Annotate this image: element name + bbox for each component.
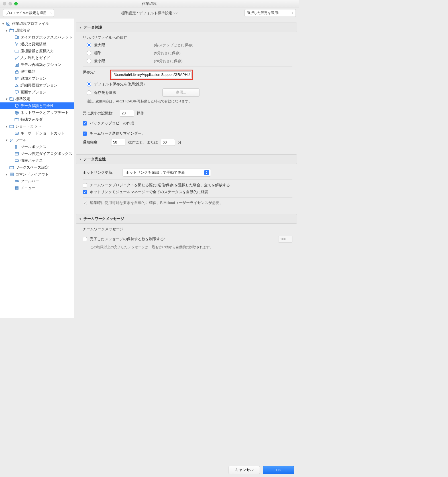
checkbox-auto-status[interactable] [83,190,87,194]
cursor-icon [14,42,19,47]
radio-std[interactable] [87,51,91,55]
tree-toolbar[interactable]: ツールバー [0,178,74,185]
tree-input[interactable]: 入力制約とガイド [0,54,74,61]
checkbox-reserve-label: 編集時に使用可能な要素を自動的に確保。BIMcloudユーザーライセンスが必要。 [90,201,223,205]
tree-toolbox[interactable]: ツールボックス [0,143,74,150]
hotlink-select[interactable]: ホットリンクを確認して手動で更新 ▲▼ [123,169,211,177]
svg-rect-20 [10,125,14,128]
radio-max-label: 最大限 [94,43,105,48]
workspace-icon [9,165,14,170]
tree-tools[interactable]: ▼ツール [0,137,74,143]
notify-min-input[interactable] [161,139,175,146]
svg-rect-10 [15,71,18,73]
checkbox-backup-label: バックアップコピーの作成 [90,121,134,126]
checkbox-team-reminder[interactable] [83,132,87,136]
tree-shortcuts[interactable]: ▼ショートカット [0,123,74,130]
limit-note: この制限以上の完了したメッセージは、最も古い物から自動的に削除されます。 [83,245,292,250]
section-teamwork-messages[interactable]: ▼ チームワークメッセージ [76,214,297,224]
tree-extra[interactable]: 追加オプション [0,75,74,82]
chevron-right-icon: › [292,11,293,15]
tree-redraw[interactable]: 詳細再描画オプション [0,82,74,89]
tree-toolset[interactable]: ツール設定ダイアログボックス [0,150,74,157]
checkbox-release-on-close[interactable] [83,183,87,187]
svg-point-1 [7,23,9,25]
settings-folder-icon [9,28,14,33]
svg-rect-24 [15,160,19,161]
tree-model[interactable]: モデル再構築オプション [0,61,74,68]
publish-icon [14,69,19,74]
apply-profile-label: プロファイルの設定を適用: [5,11,47,15]
radio-default-location[interactable] [87,82,91,86]
profile-icon [6,21,11,26]
dialog-icon [14,151,19,156]
tree-selection[interactable]: 選択と要素情報 [0,41,74,48]
tree-std[interactable]: ▼標準設定 [0,96,74,102]
radio-min[interactable] [87,59,91,63]
disclosure-icon[interactable]: ▼ [5,98,8,101]
rebuild-icon [14,62,19,67]
disclosure-icon[interactable]: ▼ [5,125,8,128]
undo-label: 元に戻すの記憶数: [83,111,117,116]
save-path-highlight [110,70,193,80]
disclosure-icon[interactable]: ▼ [2,22,5,25]
save-path-input[interactable] [112,71,192,78]
disclosure-icon[interactable]: ▼ [5,139,8,142]
content-pane: ▼ データ保護 リカバリファイルへの保存 最大限 (各ステップごとに保存) 標準… [74,19,299,318]
tree-data-protection[interactable]: データ保護と完全性 [0,102,74,109]
tree-network[interactable]: ネットワークとアップデート [0,109,74,116]
disclosure-icon: ▼ [79,158,82,161]
radio-max-hint: (各ステップごとに保存) [154,43,292,48]
disclosure-icon[interactable]: ▼ [5,29,8,32]
section-data-integrity[interactable]: ▼ データ完全性 [76,154,297,164]
recovery-label: リカバリファイルへの保存 [83,35,292,40]
tree-infobox[interactable]: 情報ボックス [0,157,74,164]
svg-rect-23 [15,152,19,155]
radio-min-label: 最小限 [94,58,105,64]
sliders-icon [14,76,19,81]
svg-rect-21 [15,132,19,134]
limit-value-input [278,236,292,242]
window-title: 作業環境 [0,1,299,6]
hotlink-label: ホットリンク更新: [83,170,120,175]
radio-min-hint: (20分おきに保存) [154,59,292,64]
undo-count-input[interactable] [120,110,134,117]
sidebar-tree[interactable]: ▼ 作業環境プロファイル ▼ 環境設定 ダイアログボックスとパレット 選択と要素… [0,19,74,318]
notify-min-unit: 分 [178,140,182,145]
svg-rect-29 [15,187,18,189]
xyz-icon [14,48,19,54]
tree-cmdlayout[interactable]: ▼コマンドレイアウト [0,171,74,178]
wrench-icon [9,138,14,143]
tree-coords[interactable]: 座標情報と座標入力 [0,48,74,54]
tree-menu[interactable]: メニュー [0,185,74,191]
radio-std-hint: (5分おきに保存) [154,51,292,56]
settings-folder-icon [9,124,14,129]
checkbox-backup[interactable] [83,121,87,126]
checkbox-limit-messages[interactable] [83,237,87,241]
tree-keyboard[interactable]: キーボードショートカット [0,130,74,137]
tree-workspace[interactable]: ワークスペース設定 [0,164,74,171]
screen-icon [14,90,19,95]
undo-unit: 操作 [137,111,144,116]
apply-selected-combo[interactable]: 選択した設定を適用: › [245,9,296,17]
disclosure-icon[interactable]: ▼ [5,173,8,176]
browse-button[interactable]: 参照... [162,88,199,97]
tree-env[interactable]: ▼ 環境設定 [0,27,74,34]
checkbox-auto-status-label: ホットリンクモジュールマネージャで全てのステータスを自動的に確認 [90,189,208,195]
tree-screen[interactable]: 画面オプション [0,89,74,96]
radio-max[interactable] [87,43,91,47]
section-data-protection[interactable]: ▼ データ保護 [76,23,297,32]
redraw-icon [14,83,19,88]
standard-settings-label: 標準設定 : デフォルト標準設定 22 [57,11,242,16]
svg-rect-26 [10,173,13,174]
svg-rect-4 [15,36,17,39]
tree-dialogs[interactable]: ダイアログボックスとパレット [0,34,74,41]
tree-root[interactable]: ▼ 作業環境プロファイル [0,20,74,27]
apply-profile-combo[interactable]: プロファイルの設定を適用: › [3,9,54,17]
radio-choose-location[interactable] [87,90,91,95]
palette-icon [14,35,19,40]
tree-special-folder[interactable]: 特殊フォルダ [0,116,74,123]
notify-label: 通知頻度 [83,140,108,145]
notify-ops-input[interactable] [111,139,125,146]
radio-default-location-label: デフォルト保存先を使用(推奨) [94,82,145,87]
tree-issue[interactable]: 発行機能 [0,68,74,75]
